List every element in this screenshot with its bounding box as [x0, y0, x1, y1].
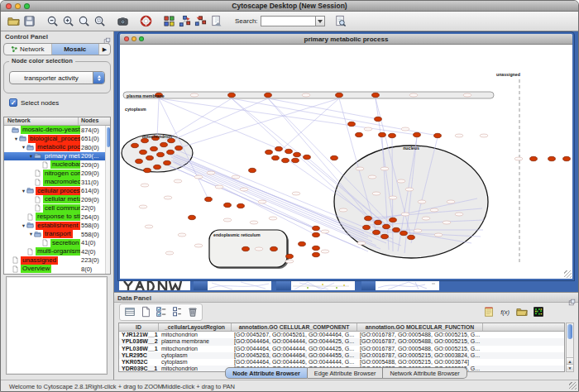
table-header-cell[interactable]: annotation.GO CELLULAR_COMPONENT — [232, 323, 357, 331]
nucleus-region[interactable] — [334, 146, 488, 258]
network-node[interactable] — [365, 216, 372, 220]
network-node[interactable] — [313, 252, 320, 256]
table-row[interactable]: YPL036W__2plasma membrane[GO:0044464, GO… — [119, 338, 564, 345]
table-cell[interactable]: plasma membrane — [159, 338, 232, 345]
table-cell[interactable]: mitochondrion — [159, 346, 232, 352]
tab-node-attribute-browser[interactable]: Node Attribute Browser — [225, 367, 308, 379]
unselect-attributes-icon[interactable] — [170, 305, 184, 319]
tree-row-label[interactable]: secretion — [50, 239, 80, 247]
network-node[interactable] — [299, 241, 306, 246]
tree-row[interactable]: Overview8(0) — [4, 265, 110, 274]
network-node[interactable] — [141, 138, 149, 142]
network-edge[interactable] — [171, 98, 268, 141]
network-node[interactable] — [414, 132, 421, 136]
network-node[interactable] — [530, 156, 538, 160]
network-node[interactable] — [363, 225, 371, 229]
network-node[interactable] — [381, 234, 389, 238]
table-header-cell[interactable]: annotation.GO MOLECULAR_FUNCTION — [357, 323, 483, 331]
tree-row-label[interactable]: multi-organism pro — [36, 247, 80, 256]
tree-column-network[interactable]: Network — [4, 117, 79, 125]
network-node[interactable] — [164, 160, 171, 165]
network-node[interactable] — [294, 152, 301, 156]
network-node[interactable] — [242, 246, 250, 251]
tree-row[interactable]: cell communicat22(0) — [4, 204, 110, 213]
zoom-out-icon[interactable] — [45, 13, 60, 29]
network-node[interactable] — [434, 133, 442, 137]
network-node[interactable] — [282, 158, 290, 162]
network-node[interactable] — [331, 155, 338, 160]
attribute-matrix-icon[interactable] — [531, 305, 545, 319]
table-row[interactable]: YKR052Ccytoplasm[GO:0044464, GO:0044446,… — [119, 359, 564, 366]
table-cell[interactable]: cytoplasm — [159, 352, 232, 359]
table-header-cell[interactable]: ID — [119, 323, 159, 331]
background-window[interactable] — [291, 280, 355, 290]
background-window[interactable] — [119, 280, 190, 290]
delete-attribute-icon[interactable] — [185, 305, 199, 319]
app-resize-grip[interactable] — [569, 382, 577, 390]
tab-network-attribute-browser[interactable]: Network Attribute Browser — [383, 367, 467, 379]
network-node[interactable] — [285, 149, 293, 153]
new-attribute-icon[interactable] — [138, 305, 152, 319]
tree-row[interactable]: cellular metabo209(0) — [4, 195, 110, 204]
network-node[interactable] — [144, 168, 151, 172]
background-window-frame[interactable] — [276, 280, 290, 290]
table-cell[interactable]: [GO:0016787, GO:0005488, GO:0005215, G..… — [357, 332, 483, 338]
network-node[interactable] — [140, 150, 147, 154]
tree-row-label[interactable]: metabolic process — [36, 143, 80, 151]
table-cell[interactable]: YPL036W__2 — [119, 338, 159, 345]
annotation-icon[interactable] — [208, 13, 224, 29]
zoom-fit-icon[interactable] — [76, 13, 92, 29]
advanced-search-icon[interactable] — [333, 13, 348, 29]
table-row[interactable]: YLR295Ccytoplasm[GO:0045263, GO:0044464,… — [119, 352, 564, 359]
tree-row-label[interactable]: cell communicat — [43, 204, 80, 213]
network-node[interactable] — [389, 133, 396, 137]
network-node[interactable] — [249, 168, 256, 172]
tree-row-label[interactable]: nucleobase- — [50, 160, 80, 169]
network-node[interactable] — [348, 122, 356, 126]
network-node[interactable] — [548, 156, 556, 160]
network-node[interactable] — [372, 93, 380, 97]
table-cell[interactable]: YLR295C — [119, 352, 159, 359]
disclosure-triangle-icon[interactable]: ▼ — [21, 223, 26, 228]
table-cell[interactable]: YPL036W__1 — [119, 346, 159, 352]
network-node[interactable] — [408, 235, 415, 239]
network-edge[interactable] — [279, 98, 339, 152]
search-input[interactable] — [261, 16, 315, 26]
network-node[interactable] — [375, 220, 382, 224]
network-edge[interactable] — [165, 98, 232, 140]
table-cell[interactable]: [GO:0044464, GO:0044444, GO:0044425, G..… — [232, 346, 357, 352]
table-cell[interactable]: [GO:0044464, GO:0044446, GO:0044444, G..… — [232, 359, 357, 366]
tree-row[interactable]: ▼metabolic process280(0) — [4, 143, 110, 152]
disclosure-triangle-icon[interactable]: ▼ — [21, 189, 26, 194]
network-edge[interactable] — [157, 98, 159, 138]
tree-row-label[interactable]: nitrogen compo — [43, 170, 80, 178]
network-node[interactable] — [224, 203, 232, 207]
disclosure-triangle-icon[interactable]: ▼ — [28, 232, 34, 237]
table-cell[interactable]: [GO:0016787, GO:0005488, GO:0005215, G..… — [357, 338, 483, 345]
network-node[interactable] — [275, 146, 283, 151]
table-cell[interactable]: cytoplasm — [159, 359, 232, 366]
tree-row-label[interactable]: Overview — [21, 265, 51, 273]
network-node[interactable] — [175, 146, 183, 150]
network-node[interactable] — [313, 226, 320, 230]
background-window-frame[interactable] — [194, 280, 208, 290]
network-node[interactable] — [146, 155, 154, 160]
network-node[interactable] — [375, 117, 382, 121]
birds-eye-view[interactable] — [6, 276, 108, 375]
network-node[interactable] — [313, 232, 320, 237]
select-attributes-icon[interactable] — [154, 305, 168, 319]
network-node[interactable] — [292, 158, 299, 162]
network-node[interactable] — [373, 230, 380, 234]
tree-row[interactable]: ▼primary metabolic process209(... — [4, 152, 110, 161]
tree-row[interactable]: macromolecule311(0) — [4, 178, 110, 187]
select-nodes-checkbox[interactable]: ✓ — [9, 98, 17, 107]
tab-overflow-arrow[interactable]: ▶ — [99, 44, 110, 55]
disclosure-triangle-icon[interactable]: ▼ — [28, 154, 34, 159]
network-node[interactable] — [383, 224, 390, 228]
tree-row[interactable]: ▼cellular process614(0) — [4, 187, 110, 196]
network-node[interactable] — [304, 155, 311, 159]
tree-row[interactable]: nucleobase-209(0) — [4, 160, 110, 170]
network-node[interactable] — [160, 142, 168, 146]
tree-row[interactable]: nitrogen compo209(0) — [4, 170, 110, 179]
table-cell[interactable]: [GO:0016787, GO:0005215, GO:0003824, G..… — [357, 352, 483, 359]
